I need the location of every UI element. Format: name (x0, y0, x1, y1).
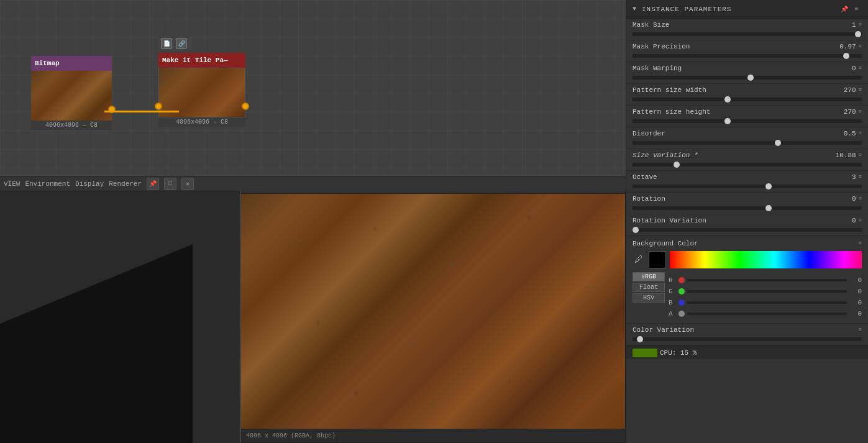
param-slider-6[interactable] (633, 163, 862, 167)
color-var-label: Color Variation (633, 326, 694, 334)
param-thumb-5[interactable] (775, 140, 781, 146)
param-thumb-0[interactable] (855, 31, 861, 37)
eyedropper-btn[interactable]: 🖊 (633, 253, 645, 266)
color-variation-row: Color Variation ≡ (626, 324, 868, 345)
g-slider[interactable] (687, 290, 847, 293)
param-row-0: Mask Size1≡ (626, 19, 868, 40)
param-menu-3[interactable]: ≡ (859, 87, 862, 93)
tile-node-label: Make it Tile Pa— (162, 57, 228, 64)
param-label-row-7: Octave3≡ (633, 173, 862, 181)
a-value: 0 (849, 310, 862, 317)
param-menu-9[interactable]: ≡ (859, 217, 862, 224)
color-swatch[interactable] (649, 251, 666, 268)
param-slider-0[interactable] (633, 32, 862, 36)
color-var-thumb[interactable] (637, 336, 643, 342)
param-label-8: Rotation (633, 195, 665, 203)
param-slider-3[interactable] (633, 98, 862, 101)
panel-title: INSTANCE PARAMETERS (642, 6, 731, 13)
params-container: Mask Size1≡Mask Precision0.97≡Mask Warpi… (626, 19, 868, 236)
color-gradient-bar[interactable] (670, 251, 862, 268)
node-tile: 📄 🔗 Make it Tile Pa— 4096x4096 – C8 (158, 53, 245, 127)
srgb-btn[interactable]: sRGB (633, 272, 665, 281)
param-slider-1[interactable] (633, 54, 862, 58)
rgba-channels: R 0 G 0 B 0 (669, 275, 862, 319)
r-slider[interactable] (687, 279, 847, 281)
param-label-row-2: Mask Warping0≡ (633, 65, 862, 72)
panel-list-btn[interactable]: ≡ (852, 4, 862, 14)
param-thumb-3[interactable] (724, 96, 731, 103)
view-2d-image (241, 194, 625, 429)
view-tab[interactable]: VIEW (4, 180, 20, 188)
param-label-row-1: Mask Precision0.97≡ (633, 43, 862, 50)
param-row-9: Rotation Variation0≡ (626, 214, 868, 236)
param-label-1: Mask Precision (633, 43, 690, 50)
param-row-3: Pattern size width270≡ (626, 84, 868, 106)
bg-color-label: Background Color (633, 240, 698, 247)
node-icon-doc[interactable]: 📄 (161, 38, 172, 49)
param-right-6: 10.88≡ (831, 152, 862, 159)
param-label-5: Disorder (633, 130, 665, 137)
param-slider-2[interactable] (633, 76, 862, 80)
a-slider[interactable] (687, 313, 847, 315)
panel-pin-btn[interactable]: 📌 (839, 4, 849, 14)
hsv-btn[interactable]: HSV (633, 293, 665, 303)
float-btn[interactable]: Float (633, 283, 665, 292)
b-dot (678, 299, 685, 306)
param-value-7: 3 (831, 173, 856, 181)
renderer-tab[interactable]: Renderer (109, 180, 142, 188)
tile-input-port[interactable] (155, 103, 162, 110)
color-var-menu[interactable]: ≡ (859, 327, 862, 333)
param-value-6: 10.88 (831, 152, 856, 159)
param-menu-0[interactable]: ≡ (859, 22, 862, 28)
param-slider-8[interactable] (633, 206, 862, 210)
param-thumb-2[interactable] (747, 75, 754, 81)
param-row-7: Octave3≡ (626, 171, 868, 193)
param-value-5: 0.5 (831, 130, 856, 137)
param-menu-8[interactable]: ≡ (859, 196, 862, 202)
display-tab[interactable]: Display (75, 180, 104, 188)
param-thumb-6[interactable] (674, 162, 680, 168)
param-menu-1[interactable]: ≡ (859, 43, 862, 50)
tile-output-port[interactable] (242, 103, 249, 110)
b-slider[interactable] (687, 301, 847, 304)
param-slider-9[interactable] (633, 228, 862, 232)
color-var-slider[interactable] (633, 337, 862, 341)
viewport-expand-btn[interactable]: □ (164, 178, 176, 190)
left-panel: Bitmap 4096x4096 – C8 📄 🔗 Make it Tile P… (0, 0, 626, 443)
param-menu-6[interactable]: ≡ (859, 152, 862, 158)
viewport-pin-btn[interactable]: 📌 (147, 178, 159, 190)
tile-node-footer: 4096x4096 – C8 (158, 117, 245, 127)
bitmap-node-label: Bitmap (35, 60, 60, 67)
param-right-7: 3≡ (831, 173, 862, 181)
cpu-indicator: CPU: 15 % (633, 349, 697, 357)
node-icon-link[interactable]: 🔗 (176, 38, 187, 49)
panel-collapse-icon[interactable]: ▼ (633, 6, 637, 12)
bg-color-menu[interactable]: ≡ (859, 240, 862, 247)
param-thumb-9[interactable] (633, 227, 639, 233)
param-label-row-3: Pattern size width270≡ (633, 86, 862, 94)
param-slider-5[interactable] (633, 141, 862, 145)
param-menu-4[interactable]: ≡ (859, 109, 862, 115)
param-thumb-4[interactable] (724, 118, 731, 124)
param-right-3: 270≡ (831, 86, 862, 94)
param-menu-5[interactable]: ≡ (859, 130, 862, 137)
param-thumb-8[interactable] (765, 205, 772, 211)
param-menu-2[interactable]: ≡ (859, 65, 862, 71)
node-graph[interactable]: Bitmap 4096x4096 – C8 📄 🔗 Make it Tile P… (0, 0, 626, 176)
param-thumb-1[interactable] (843, 53, 849, 59)
param-label-7: Octave (633, 173, 657, 181)
viewport-close-btn[interactable]: ✕ (181, 178, 194, 190)
param-thumb-7[interactable] (765, 183, 772, 190)
param-slider-4[interactable] (633, 119, 862, 123)
param-label-row-4: Pattern size height270≡ (633, 108, 862, 116)
param-slider-7[interactable] (633, 185, 862, 188)
param-label-row-5: Disorder0.5≡ (633, 130, 862, 137)
param-menu-7[interactable]: ≡ (859, 174, 862, 180)
a-dot (678, 311, 685, 317)
param-value-9: 0 (831, 217, 856, 224)
environment-tab[interactable]: Environment (25, 180, 70, 188)
param-right-5: 0.5≡ (831, 130, 862, 137)
texture-overlay (241, 194, 625, 429)
param-label-0: Mask Size (633, 21, 669, 29)
status-bar: CPU: 15 % (626, 345, 868, 359)
